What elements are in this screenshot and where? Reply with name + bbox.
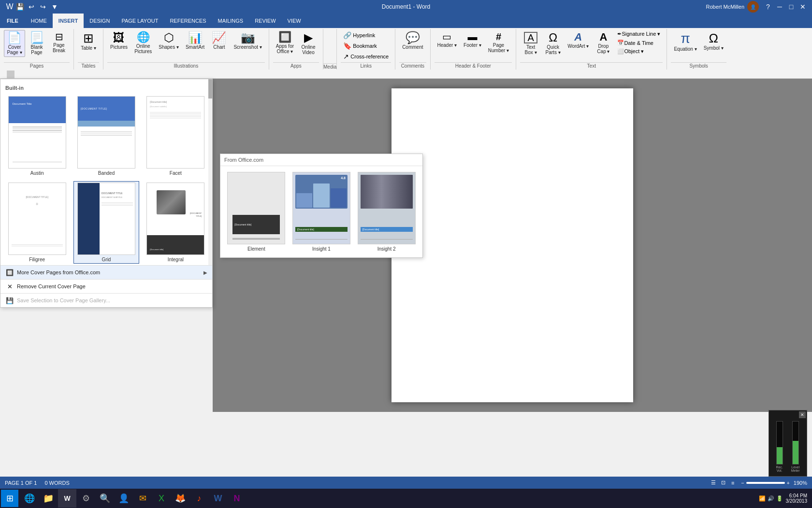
page-number-btn[interactable]: # PageNumber ▾ [485,30,512,55]
hyperlink-btn[interactable]: 🔗 Hyperlink [341,30,377,40]
bookmark-btn[interactable]: 🔖 Bookmark [341,41,379,51]
signature-line-btn[interactable]: ✒ Signature Line ▾ [615,30,663,38]
taskbar-mail[interactable]: ✉ [133,489,152,508]
screenshot-btn[interactable]: 📷 Screenshot ▾ [231,30,264,52]
symbol-btn[interactable]: Ω Symbol ▾ [701,30,726,53]
template-insight1[interactable]: 4.8 [Document title] Insight 1 [291,172,352,252]
tab-view[interactable]: VIEW [282,14,307,28]
taskbar-word2[interactable]: W [209,489,227,508]
pages-group-label: Pages [4,62,70,69]
template-integral[interactable]: [DOCUMENT TITLE] [Document title] Integr… [143,181,208,264]
page-break-btn[interactable]: ⊟ PageBreak [48,30,70,55]
textbox-btn[interactable]: A TextBox ▾ [520,30,541,57]
pictures-btn[interactable]: 🖼 Pictures [107,30,130,52]
tab-design[interactable]: DESIGN [84,14,116,28]
word-icon: W [6,3,14,11]
word-count: 0 WORDS [44,480,69,486]
object-btn[interactable]: ⬜ Object ▾ [615,47,663,56]
footer-btn[interactable]: ▬ Footer ▾ [461,30,484,50]
taskbar-person[interactable]: 👤 [115,489,133,508]
undo-qat-btn[interactable]: ↩ [26,1,37,12]
tab-review[interactable]: REVIEW [249,14,281,28]
read-view-btn[interactable]: ≡ [728,479,737,487]
taskbar-search[interactable]: 🔍 [96,489,114,508]
smartart-btn[interactable]: 📊 SmartArt [183,30,207,52]
comment-label: Comment [402,44,423,50]
taskbar-music[interactable]: ♪ [190,489,208,508]
taskbar-clock[interactable]: 6:04 PM 3/20/2013 [786,493,808,504]
zoom-control: − + 190% [741,480,807,486]
page-number-icon: # [496,32,501,42]
template-filigree[interactable]: [DOCUMENT TITLE] + Filigree [4,181,70,264]
taskbar-ie[interactable]: 🌐 [20,489,39,508]
level-meter-panel: ✕ Rec. Vol. Level Meter [768,410,807,477]
qat-dropdown-btn[interactable]: ▼ [49,1,60,12]
save-qat-btn[interactable]: 💾 [14,1,25,12]
apps-items: 🔲 Apps forOffice ▾ ▶ OnlineVideo [273,30,319,61]
comment-btn[interactable]: 💬 Comment [399,30,426,52]
tab-insert[interactable]: INSERT [53,14,84,28]
equation-btn[interactable]: π Equation ▾ [671,30,699,54]
drop-cap-btn[interactable]: A DropCap ▾ [593,30,614,56]
template-austin[interactable]: Document Title Austin [4,95,70,177]
template-grid[interactable]: DOCUMENT TITLE DOCUMENT SUBTITLE Grid [73,181,139,264]
quick-parts-btn[interactable]: Ω QuickParts ▾ [542,30,564,57]
user-avatar[interactable]: 👤 [747,1,759,13]
cover-page-icon: 📄 [7,32,22,43]
online-video-btn[interactable]: ▶ OnlineVideo [298,30,319,57]
close-btn[interactable]: ✕ [798,1,808,12]
cover-page-btn[interactable]: 📄 CoverPage ▾ [4,30,25,57]
zoom-plus[interactable]: + [787,480,790,486]
tab-mailings[interactable]: MAILINGS [212,14,249,28]
svg-rect-1 [7,71,14,79]
tab-page-layout[interactable]: PAGE LAYOUT [116,14,164,28]
zoom-minus[interactable]: − [741,480,744,486]
print-view-btn[interactable]: ☰ [709,479,718,487]
start-button[interactable]: ⊞ [1,490,18,507]
tab-references[interactable]: REFERENCES [164,14,212,28]
online-pictures-label: OnlinePictures [134,43,152,54]
table-btn[interactable]: ⊞ Table ▾ [78,30,99,53]
apps-for-office-btn[interactable]: 🔲 Apps forOffice ▾ [273,30,297,56]
comments-items: 💬 Comment [399,30,426,61]
blank-page-btn[interactable]: 📃 BlankPage [26,30,47,57]
ribbon-group-pages: 📄 CoverPage ▾ 📃 BlankPage ⊟ PageBreak Pa… [0,29,74,70]
web-view-btn[interactable]: ⊡ [719,479,727,487]
taskbar-word-taskbar[interactable]: W [58,489,76,508]
wordart-btn[interactable]: A WordArt ▾ [565,30,592,51]
template-banded[interactable]: [DOCUMENT TITLE] Banded [73,95,139,177]
taskbar-settings[interactable]: ⚙ [77,489,95,508]
taskbar-explorer[interactable]: 📁 [39,489,58,508]
template-scroll-area[interactable]: Built-in Document Title [0,79,212,265]
more-cover-pages-item[interactable]: 🔲 More Cover Pages from Office.com ▶ [0,265,212,279]
insight2-label: Insight 2 [377,246,396,252]
online-pictures-btn[interactable]: 🌐 OnlinePictures [131,30,155,56]
taskbar-firefox[interactable]: 🦊 [171,489,189,508]
volume-icon: 🔊 [768,495,774,502]
fp-close-btn[interactable]: ✕ [799,411,806,418]
tab-file[interactable]: FILE [0,14,25,28]
remove-cover-page-item[interactable]: ✕ Remove Current Cover Page [0,279,212,293]
redo-qat-btn[interactable]: ↪ [38,1,48,12]
zoom-slider[interactable] [746,482,785,484]
taskbar-onenote[interactable]: N [228,489,246,508]
shapes-icon: ⬡ [164,32,174,43]
links-items: 🔗 Hyperlink 🔖 Bookmark ↗ Cross-reference [341,30,391,61]
taskbar-excel[interactable]: X [152,489,171,508]
template-insight2[interactable]: [Document title] Insight 2 [356,172,417,252]
symbols-group-label: Symbols [671,62,726,69]
minimize-btn[interactable]: ─ [774,1,785,12]
remove-cover-page-label: Remove Current Cover Page [17,283,86,289]
tab-home[interactable]: HOME [25,14,53,28]
template-facet[interactable]: [Document title] [Document subtitle] [143,95,208,177]
template-element[interactable]: [Document title] Element [226,172,287,252]
shapes-btn[interactable]: ⬡ Shapes ▾ [156,30,182,52]
status-right: ☰ ⊡ ≡ − + 190% [709,479,807,487]
date-time-btn[interactable]: 📅 Date & Time [615,39,663,47]
ruler [7,71,812,79]
maximize-btn[interactable]: □ [786,1,797,12]
cross-ref-btn[interactable]: ↗ Cross-reference [341,52,391,61]
header-btn[interactable]: ▭ Header ▾ [435,30,460,50]
chart-btn[interactable]: 📈 Chart [208,30,230,52]
help-btn[interactable]: ? [763,1,773,12]
